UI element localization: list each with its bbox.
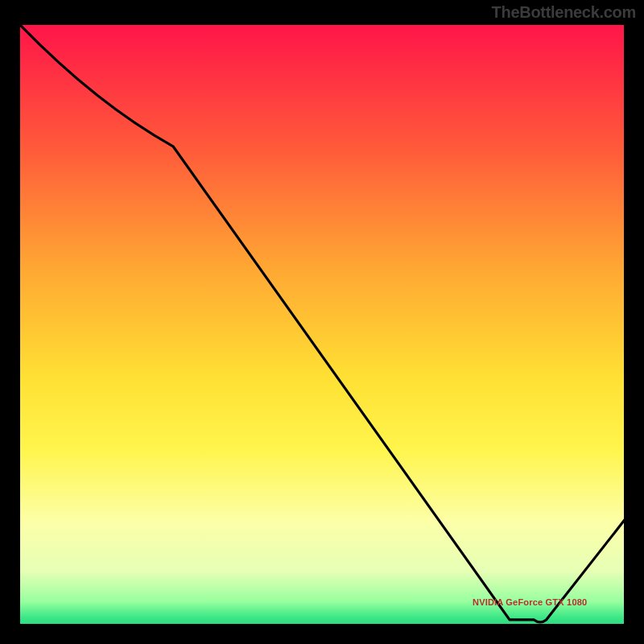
plot-frame: NVIDIA GeForce GTX 1080 <box>16 21 628 628</box>
chart-stage: TheBottleneck.com NVIDIA GeForce GTX 108… <box>0 0 644 644</box>
bottleneck-line <box>20 25 628 628</box>
optimal-gpu-annotation: NVIDIA GeForce GTX 1080 <box>473 597 587 607</box>
watermark-text: TheBottleneck.com <box>492 3 636 22</box>
